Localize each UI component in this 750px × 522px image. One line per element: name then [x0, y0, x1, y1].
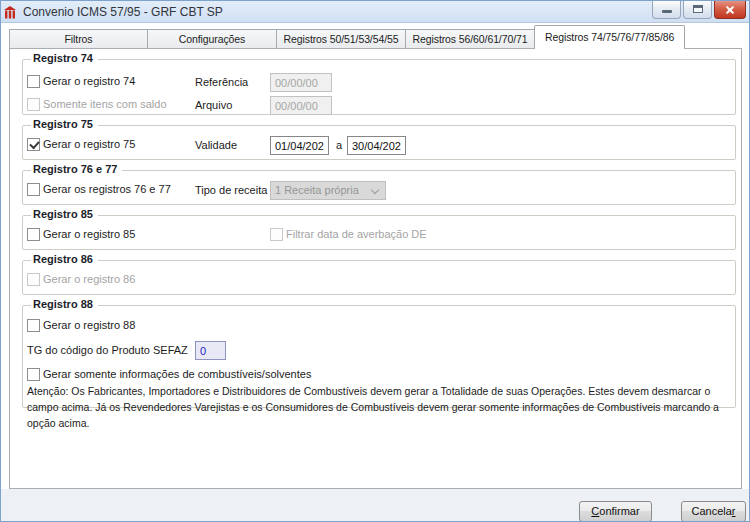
confirmar-rest: onfirmar [599, 505, 639, 517]
titlebar: Convenio ICMS 57/95 - GRF CBT SP [1, 1, 749, 23]
checkbox-gerar-registros-76-77[interactable] [27, 183, 40, 196]
tab-registros-56-71[interactable]: Registros 56/60/61/70/71 [405, 29, 535, 48]
checkbox-label: Filtrar data de averbação DE [286, 228, 427, 240]
groupbox-registro-76-77: Registro 76 e 77 Gerar os registros 76 e… [22, 170, 736, 205]
chevron-down-icon [371, 186, 379, 194]
checkbox-label: Gerar o registro 85 [43, 228, 135, 240]
app-icon [3, 5, 17, 19]
arquivo-label: Arquivo [195, 99, 232, 111]
checkbox-label: Somente itens com saldo [43, 98, 167, 110]
minimize-icon [662, 10, 672, 13]
groupbox-title: Registro 75 [31, 118, 98, 130]
cancelar-accel: r [732, 505, 736, 517]
checkbox-somente-itens-saldo [27, 98, 40, 111]
cancelar-button[interactable]: Cancelar [681, 501, 746, 522]
tab-registros-74-86[interactable]: Registros 74/75/76/77/85/86 [534, 25, 685, 49]
referencia-input [270, 73, 332, 92]
window-controls [652, 1, 746, 19]
groupbox-title: Registro 74 [31, 52, 98, 64]
tab-bar: Filtros Configurações Registros 50/51/53… [9, 25, 685, 49]
groupbox-registro-85: Registro 85 Gerar o registro 85 Filtrar … [22, 215, 736, 250]
checkbox-gerar-registro-74[interactable] [27, 75, 40, 88]
atencao-note: Atenção: Os Fabricantes, Importadores e … [27, 384, 731, 431]
tipo-receita-value: 1 Receita própria [275, 184, 359, 196]
cancelar-pre: Cancela [691, 505, 731, 517]
range-separator-label: a [336, 139, 342, 151]
checkbox-gerar-registro-85[interactable] [27, 228, 40, 241]
groupbox-registro-74: Registro 74 Gerar o registro 74 Referênc… [22, 59, 736, 115]
checkbox-gerar-registro-86 [27, 273, 40, 286]
checkbox-label: Gerar o registro 88 [43, 319, 135, 331]
checkbox-filtrar-averbacao [270, 228, 283, 241]
tab-filtros[interactable]: Filtros [9, 29, 148, 48]
close-icon [725, 5, 735, 15]
dialog-window: Convenio ICMS 57/95 - GRF CBT SP Filtros… [0, 0, 750, 522]
checkbox-gerar-registro-75[interactable] [27, 138, 40, 151]
validade-to-input[interactable] [347, 136, 406, 155]
confirmar-button[interactable]: Confirmar [579, 501, 652, 522]
checkbox-gerar-registro-88[interactable] [27, 319, 40, 332]
window-title: Convenio ICMS 57/95 - GRF CBT SP [23, 1, 223, 23]
checkbox-label: Gerar os registros 76 e 77 [43, 183, 171, 195]
checkbox-label: Gerar o registro 75 [43, 138, 135, 150]
checkbox-label: Gerar somente informações de combustívei… [43, 368, 311, 380]
checkbox-label: Gerar o registro 86 [43, 273, 135, 285]
checkbox-label: Gerar o registro 74 [43, 75, 135, 87]
tab-registros-50-55[interactable]: Registros 50/51/53/54/55 [276, 29, 406, 48]
tg-produto-sefaz-input[interactable] [195, 341, 226, 360]
tipo-receita-label: Tipo de receita [195, 184, 267, 196]
maximize-button[interactable] [683, 1, 712, 19]
checkbox-somente-combustiveis[interactable] [27, 368, 40, 381]
groupbox-registro-86: Registro 86 Gerar o registro 86 [22, 260, 736, 295]
maximize-icon [693, 5, 703, 13]
tipo-receita-select: 1 Receita própria [270, 181, 386, 200]
groupbox-title: Registro 88 [31, 298, 98, 310]
tab-page: Registro 74 Gerar o registro 74 Referênc… [9, 48, 742, 489]
groupbox-title: Registro 76 e 77 [31, 163, 122, 175]
footer-bar: Confirmar Cancelar [1, 489, 749, 521]
minimize-button[interactable] [652, 1, 681, 19]
tab-configuracoes[interactable]: Configurações [147, 29, 277, 48]
groupbox-title: Registro 86 [31, 253, 98, 265]
groupbox-title: Registro 85 [31, 208, 98, 220]
validade-from-input[interactable] [270, 136, 329, 155]
validade-label: Validade [195, 139, 237, 151]
arquivo-input [270, 96, 332, 115]
tg-produto-sefaz-label: TG do código do Produto SEFAZ [27, 344, 188, 356]
referencia-label: Referência [195, 76, 248, 88]
groupbox-registro-88: Registro 88 Gerar o registro 88 TG do có… [22, 305, 736, 408]
groupbox-registro-75: Registro 75 Gerar o registro 75 Validade… [22, 125, 736, 160]
close-button[interactable] [714, 1, 746, 19]
